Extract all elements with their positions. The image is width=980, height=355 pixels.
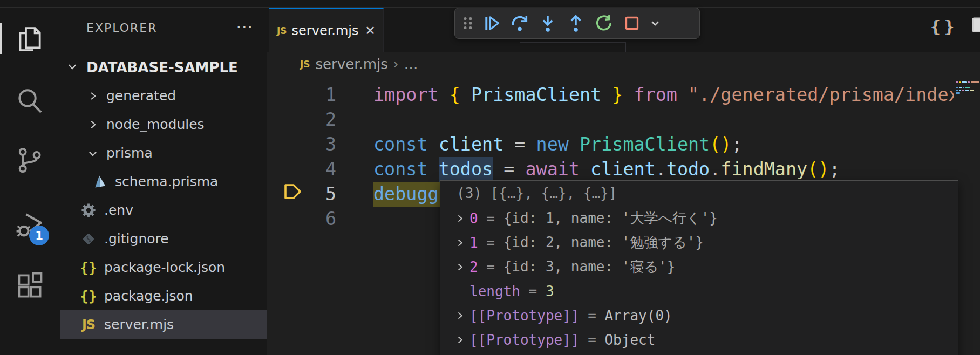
debug-drag-handle-button[interactable] xyxy=(458,10,478,37)
code-line-2[interactable]: 2 xyxy=(267,107,980,132)
extensions-icon xyxy=(15,271,45,301)
popup-array-preview[interactable]: (3) [{…}, {…}, {…}] xyxy=(440,181,958,206)
chevron-right-icon[interactable] xyxy=(454,237,465,249)
sidebar-item-package-lock-json[interactable]: {}package-lock.json xyxy=(60,253,267,282)
item-label: prisma xyxy=(106,145,153,161)
vscode-window: 1 EXPLORER ⋯ DATABASE-SAMPLE generatedno… xyxy=(0,0,980,355)
line-number[interactable]: 6 xyxy=(267,207,336,231)
item-label: package-lock.json xyxy=(104,260,225,275)
equals-sign: = xyxy=(478,235,503,251)
code-line-4[interactable]: 4const todos = await client.todo.findMan… xyxy=(267,157,980,182)
item-label: server.mjs xyxy=(104,317,174,332)
chevron-right-icon[interactable] xyxy=(454,334,465,346)
split-editor-icon[interactable] xyxy=(970,16,980,37)
sidebar-item-generated[interactable]: generated xyxy=(60,81,267,110)
debug-restart-button[interactable] xyxy=(590,10,618,37)
line-content: const todos = await client.todo.findMany… xyxy=(373,157,840,182)
sidebar-item-schema-prisma[interactable]: schema.prisma xyxy=(60,167,267,196)
popup-row--Prototype-[interactable]: [[Prototype]] = Array(0) xyxy=(440,303,958,327)
json-icon: {} xyxy=(80,288,97,304)
equals-sign: = xyxy=(520,283,546,299)
item-label: schema.prisma xyxy=(115,174,218,189)
stop-icon xyxy=(622,13,642,33)
braces-icon[interactable]: {} xyxy=(931,17,958,36)
breadcrumb-tail[interactable]: … xyxy=(404,56,418,72)
activitybar-item-search[interactable] xyxy=(0,84,59,118)
sidebar-item-package-json[interactable]: {}package.json xyxy=(60,282,267,310)
sidebar-item-prisma[interactable]: prisma xyxy=(60,139,267,167)
item-label: .gitignore xyxy=(104,231,169,247)
variable-value: Object xyxy=(604,332,655,348)
variable-name: 1 xyxy=(469,235,478,251)
equals-sign: = xyxy=(478,259,503,275)
sidebar-item--gitignore[interactable]: .gitignore xyxy=(60,224,267,253)
chevron-right-icon[interactable] xyxy=(454,213,465,224)
debug-step-over-button[interactable] xyxy=(506,10,534,37)
step-out-icon xyxy=(566,13,586,33)
js-icon: JS xyxy=(80,317,97,332)
debug-stop-button[interactable] xyxy=(618,10,646,37)
variable-name: 0 xyxy=(469,210,478,227)
section-label: DATABASE-SAMPLE xyxy=(86,59,238,76)
tab-server-mjs[interactable]: JS server.mjs ✕ xyxy=(269,8,384,52)
line-number[interactable]: 1 xyxy=(267,83,336,107)
continue-icon xyxy=(482,13,501,33)
popup-row-0[interactable]: 0 = {id: 1, name: '大学へ行く'} xyxy=(440,206,958,230)
sidebar-item-node-modules[interactable]: node_modules xyxy=(60,110,267,139)
chevron-right-icon[interactable] xyxy=(454,261,465,273)
chevron-down-icon xyxy=(66,60,78,74)
chevron-right-icon[interactable] xyxy=(454,310,465,322)
popup-row-length[interactable]: length = 3 xyxy=(440,279,958,303)
code-line-1[interactable]: 1import { PrismaClient } from "./generat… xyxy=(267,83,980,107)
debug-step-out-button[interactable] xyxy=(562,10,590,37)
variable-value: Array(0) xyxy=(604,308,672,324)
minimap-line xyxy=(956,90,974,91)
activity-bar: 1 xyxy=(0,8,59,355)
breadcrumb[interactable]: JS server.mjs › … xyxy=(300,52,418,76)
debug-more-sessions-button[interactable] xyxy=(646,10,664,37)
activitybar-item-explorer[interactable] xyxy=(0,22,59,56)
debug-toolbar xyxy=(454,8,700,39)
line-number[interactable]: 3 xyxy=(267,132,336,157)
sidebar-section-database-sample[interactable]: DATABASE-SAMPLE xyxy=(60,53,267,81)
sidebar-item-server-mjs[interactable]: JSserver.mjs xyxy=(60,310,267,339)
item-label: package.json xyxy=(104,288,193,304)
more-actions-icon[interactable]: ⋯ xyxy=(236,16,253,37)
line-number[interactable]: 2 xyxy=(267,107,336,132)
item-label: node_modules xyxy=(106,117,205,132)
code-line-3[interactable]: 3const client = new PrismaClient(); xyxy=(267,132,980,157)
variable-name: 2 xyxy=(469,259,478,275)
chevron-right-icon: › xyxy=(393,57,399,72)
search-icon xyxy=(15,86,45,116)
variable-name: length xyxy=(469,283,520,299)
breadcrumb-file[interactable]: server.mjs xyxy=(316,56,388,72)
line-number[interactable]: 5 xyxy=(267,182,336,207)
gripper-icon xyxy=(459,14,477,32)
minimap-line xyxy=(956,81,979,83)
variable-value: {id: 1, name: '大学へ行く'} xyxy=(503,209,718,228)
popup-row-2[interactable]: 2 = {id: 3, name: '寝る'} xyxy=(440,255,958,279)
popup-rows: 0 = {id: 1, name: '大学へ行く'}1 = {id: 2, na… xyxy=(440,206,958,352)
popup-row--Prototype-[interactable]: [[Prototype]] = Object xyxy=(440,327,958,352)
tabbar-divider-h xyxy=(520,42,625,43)
js-file-icon: JS xyxy=(300,59,310,70)
activitybar-item-extensions[interactable] xyxy=(0,269,59,303)
equals-sign: = xyxy=(580,332,605,348)
sidebar-item--env[interactable]: .env xyxy=(60,196,267,224)
tabbar-divider-v xyxy=(625,42,626,52)
selected-expression: todos xyxy=(439,157,493,182)
close-icon[interactable]: ✕ xyxy=(365,23,376,38)
js-file-icon: JS xyxy=(277,25,287,36)
debug-step-into-button[interactable] xyxy=(534,10,562,37)
chevron-down-tree-icon xyxy=(87,147,99,159)
activitybar-item-source-control[interactable] xyxy=(0,143,59,178)
step-into-icon xyxy=(537,13,558,33)
current-stackframe-icon[interactable] xyxy=(284,183,302,202)
debug-continue-button[interactable] xyxy=(478,10,506,37)
item-label: generated xyxy=(106,88,176,104)
popup-row-1[interactable]: 1 = {id: 2, name: '勉強する'} xyxy=(440,230,958,255)
sidebar-header: EXPLORER ⋯ xyxy=(60,17,267,39)
debug-badge: 1 xyxy=(29,226,49,245)
tabbar-bottom-border xyxy=(384,52,980,52)
line-number[interactable]: 4 xyxy=(267,157,336,182)
